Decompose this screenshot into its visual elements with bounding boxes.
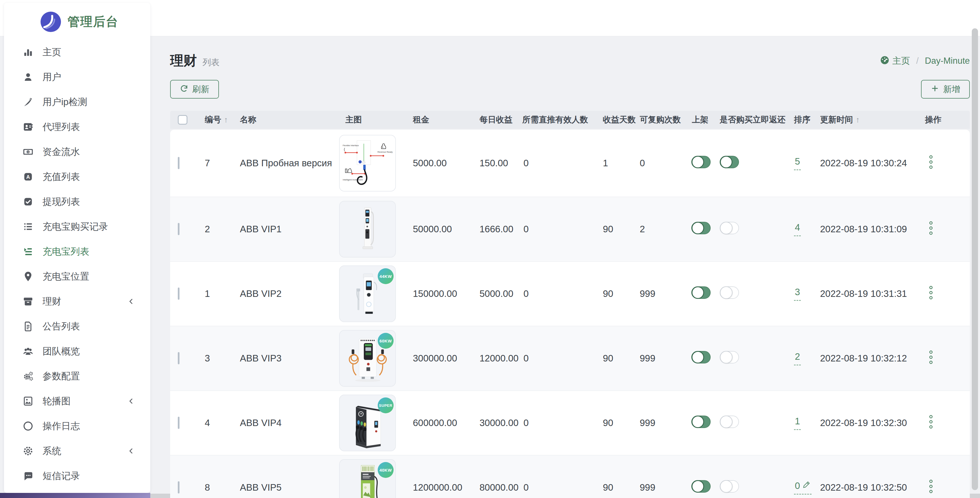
main-content: 理财 列表 主页 / Day-Minute 刷新 新增 (150, 36, 980, 498)
sidebar-item-recharge[interactable]: A 充值列表 (4, 164, 150, 189)
cell-income-days: 90 (599, 289, 636, 299)
immediate-return-toggle[interactable] (720, 286, 739, 299)
col-updated[interactable]: 更新时间↑ (815, 114, 916, 125)
cell-referrals: 0 (517, 417, 599, 428)
row-actions-menu-button[interactable] (928, 220, 934, 238)
cell-repurchase: 999 (636, 353, 684, 364)
immediate-return-toggle[interactable] (720, 222, 739, 234)
select-all-checkbox[interactable] (178, 115, 188, 125)
immediate-return-toggle[interactable] (720, 156, 739, 168)
cell-id: 8 (198, 482, 233, 493)
sidebar-item-users[interactable]: 用户 (4, 65, 150, 89)
breadcrumb: 主页 / Day-Minute (880, 55, 970, 67)
sidebar-item-system[interactable]: 系统 (4, 439, 150, 463)
sidebar-item-funds[interactable]: 1 资金流水 (4, 140, 150, 164)
brand-title: 管理后台 (67, 14, 119, 30)
cell-rent: 1200000.00 (406, 482, 473, 493)
plus-icon (931, 84, 939, 95)
chevron-left-icon[interactable] (127, 297, 135, 306)
sidebar-item-carousel[interactable]: 轮播图 (4, 389, 150, 414)
sort-value-link[interactable]: 3 (794, 287, 801, 301)
cell-updated-time: 2022-08-19 10:30:24 (815, 158, 916, 168)
on-shelf-toggle[interactable] (691, 480, 711, 493)
chevron-left-icon[interactable] (127, 397, 135, 405)
users-group-icon (22, 345, 34, 357)
cell-daily-income: 5000.00 (473, 289, 517, 299)
row-checkbox[interactable] (178, 481, 180, 493)
sort-value-link[interactable]: 2 (794, 351, 801, 365)
col-immediate-return: 是否购买立即返还 (718, 114, 792, 125)
cell-updated-time: 2022-08-19 10:31:31 (815, 289, 916, 299)
sidebar-item-withdraw[interactable]: 提现列表 (4, 189, 150, 214)
sidebar-item-user-ip[interactable]: 用户ip检测 (4, 89, 150, 114)
chevron-left-icon[interactable] (127, 447, 135, 455)
sort-value-link[interactable]: 5 (794, 156, 801, 170)
col-rent: 租金 (406, 114, 473, 125)
cell-updated-time: 2022-08-19 10:32:12 (815, 353, 916, 364)
row-checkbox[interactable] (178, 417, 180, 429)
cell-repurchase: 999 (636, 289, 684, 299)
row-checkbox[interactable] (178, 157, 180, 169)
on-shelf-toggle[interactable] (691, 156, 711, 168)
photo-icon (22, 395, 34, 407)
row-actions-menu-button[interactable] (928, 285, 934, 302)
sidebar-item-team[interactable]: 团队概览 (4, 339, 150, 364)
cell-income-days: 1 (599, 158, 636, 168)
sort-value-link[interactable]: 4 (794, 222, 801, 236)
sidebar-item-op-logs[interactable]: 操作日志 (4, 414, 150, 439)
breadcrumb-home[interactable]: 主页 (880, 55, 910, 67)
table-row: 7 ABB Пробная версия ABBFlexible Interfa… (170, 130, 970, 197)
cell-daily-income: 12000.00 (473, 353, 517, 364)
immediate-return-toggle[interactable] (720, 416, 739, 428)
feather-icon (22, 96, 34, 108)
row-actions-menu-button[interactable] (928, 350, 934, 367)
cell-id: 3 (198, 353, 233, 364)
immediate-return-toggle[interactable] (720, 480, 739, 493)
sidebar-item-agents[interactable]: 代理列表 (4, 114, 150, 140)
cell-income-days: 90 (599, 482, 636, 493)
on-shelf-toggle[interactable] (691, 222, 711, 234)
cell-daily-income: 30000.00 (473, 417, 517, 428)
col-id[interactable]: 编号↑ (198, 114, 233, 125)
cell-name: ABB VIP3 (233, 353, 335, 364)
cell-referrals: 0 (517, 158, 599, 168)
sidebar-item-powerbank-buy-log[interactable]: 充电宝购买记录 (4, 214, 150, 239)
cell-daily-income: 1666.00 (473, 224, 517, 235)
cell-rent: 5000.00 (406, 158, 473, 168)
cell-daily-income: 80000.00 (473, 482, 517, 493)
id-card-icon (22, 121, 34, 133)
square-check-icon (22, 196, 34, 208)
cell-rent: 600000.00 (406, 417, 473, 428)
row-checkbox[interactable] (178, 223, 180, 235)
refresh-button[interactable]: 刷新 (170, 80, 219, 98)
row-actions-menu-button[interactable] (928, 155, 934, 172)
cell-id: 4 (198, 417, 233, 428)
row-actions-menu-button[interactable] (928, 414, 934, 431)
sidebar-item-sms[interactable]: 短信记录 (4, 463, 150, 488)
sidebar-item-finance[interactable]: 理财 (4, 289, 150, 314)
sort-value-link[interactable]: 1 (794, 416, 801, 430)
sort-value-link[interactable]: 0 (794, 481, 811, 495)
row-actions-menu-button[interactable] (928, 479, 934, 496)
sidebar-item-powerbank-location[interactable]: 充电宝位置 (4, 264, 150, 289)
sidebar-item-home[interactable]: 主页 (4, 40, 150, 65)
on-shelf-toggle[interactable] (691, 416, 711, 428)
on-shelf-toggle[interactable] (691, 351, 711, 363)
cell-name: ABB VIP1 (233, 224, 335, 235)
cell-daily-income: 150.00 (473, 158, 517, 168)
on-shelf-toggle[interactable] (691, 286, 711, 299)
row-checkbox[interactable] (178, 287, 180, 300)
cell-updated-time: 2022-08-19 10:32:50 (815, 482, 916, 493)
gear-icon (22, 445, 34, 457)
cell-repurchase: 0 (636, 158, 684, 168)
cell-updated-time: 2022-08-19 10:32:30 (815, 417, 916, 428)
sidebar-item-params[interactable]: 参数配置 (4, 364, 150, 389)
row-checkbox[interactable] (178, 352, 180, 364)
immediate-return-toggle[interactable] (720, 351, 739, 363)
dashboard-icon (880, 55, 889, 67)
add-button[interactable]: 新增 (921, 80, 970, 98)
sidebar-item-announcements[interactable]: 公告列表 (4, 314, 150, 339)
chat-icon (22, 470, 34, 482)
list-icon (22, 220, 34, 233)
sidebar-item-powerbank-list[interactable]: 充电宝列表 (4, 239, 150, 264)
